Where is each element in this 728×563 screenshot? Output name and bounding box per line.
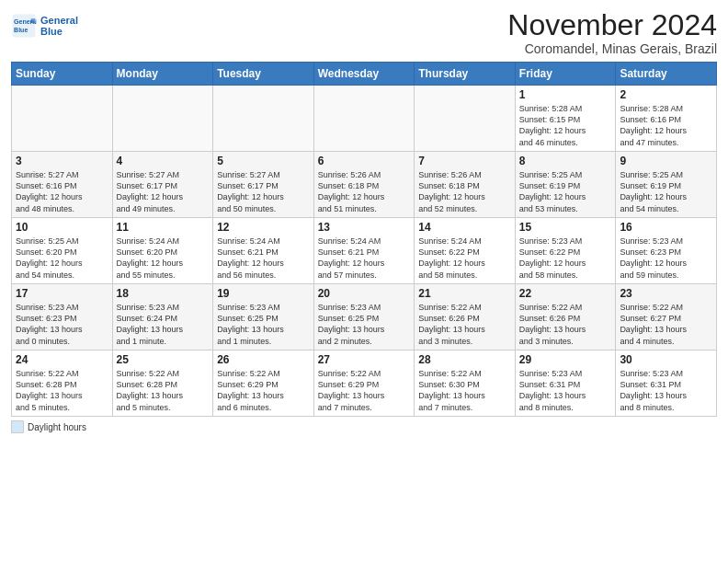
day-cell: 13Sunrise: 5:24 AM Sunset: 6:21 PM Dayli… [313, 218, 415, 284]
day-cell: 28Sunrise: 5:22 AM Sunset: 6:30 PM Dayli… [415, 350, 516, 417]
weekday-header-friday: Friday [515, 63, 616, 86]
weekday-header-saturday: Saturday [616, 63, 717, 86]
day-info: Sunrise: 5:24 AM Sunset: 6:21 PM Dayligh… [217, 236, 310, 281]
day-info: Sunrise: 5:23 AM Sunset: 6:22 PM Dayligh… [519, 236, 612, 281]
day-info: Sunrise: 5:24 AM Sunset: 6:20 PM Dayligh… [117, 236, 210, 281]
day-info: Sunrise: 5:22 AM Sunset: 6:27 PM Dayligh… [620, 302, 712, 347]
day-cell: 3Sunrise: 5:27 AM Sunset: 6:16 PM Daylig… [12, 152, 113, 218]
day-info: Sunrise: 5:26 AM Sunset: 6:18 PM Dayligh… [418, 169, 511, 214]
day-info: Sunrise: 5:25 AM Sunset: 6:20 PM Dayligh… [16, 236, 108, 281]
day-cell: 20Sunrise: 5:23 AM Sunset: 6:25 PM Dayli… [313, 284, 415, 350]
day-cell: 27Sunrise: 5:22 AM Sunset: 6:29 PM Dayli… [313, 350, 415, 417]
day-number: 21 [418, 287, 511, 300]
day-number: 4 [117, 155, 210, 167]
calendar-body: 1Sunrise: 5:28 AM Sunset: 6:15 PM Daylig… [12, 86, 717, 417]
day-cell [213, 86, 314, 152]
day-cell: 10Sunrise: 5:25 AM Sunset: 6:20 PM Dayli… [12, 218, 113, 284]
legend-label: Daylight hours [28, 422, 86, 432]
day-info: Sunrise: 5:23 AM Sunset: 6:23 PM Dayligh… [620, 236, 712, 281]
day-info: Sunrise: 5:26 AM Sunset: 6:18 PM Dayligh… [318, 169, 411, 214]
day-number: 17 [16, 287, 108, 300]
day-cell: 12Sunrise: 5:24 AM Sunset: 6:21 PM Dayli… [213, 218, 314, 284]
calendar-header: SundayMondayTuesdayWednesdayThursdayFrid… [12, 63, 717, 86]
day-info: Sunrise: 5:27 AM Sunset: 6:17 PM Dayligh… [217, 169, 310, 214]
day-info: Sunrise: 5:23 AM Sunset: 6:31 PM Dayligh… [620, 368, 712, 413]
weekday-header-sunday: Sunday [12, 63, 113, 86]
day-number: 18 [117, 287, 210, 300]
day-cell: 19Sunrise: 5:23 AM Sunset: 6:25 PM Dayli… [213, 284, 314, 350]
day-info: Sunrise: 5:27 AM Sunset: 6:17 PM Dayligh… [117, 169, 210, 214]
legend-box [11, 420, 24, 433]
day-cell: 4Sunrise: 5:27 AM Sunset: 6:17 PM Daylig… [112, 152, 213, 218]
svg-rect-0 [13, 15, 36, 38]
week-row-4: 24Sunrise: 5:22 AM Sunset: 6:28 PM Dayli… [12, 350, 717, 417]
page-container: General Blue General Blue November 2024 … [0, 0, 728, 441]
day-number: 16 [620, 221, 712, 234]
day-cell: 6Sunrise: 5:26 AM Sunset: 6:18 PM Daylig… [313, 152, 415, 218]
day-number: 23 [620, 287, 712, 300]
day-number: 26 [217, 353, 310, 366]
day-cell: 29Sunrise: 5:23 AM Sunset: 6:31 PM Dayli… [515, 350, 616, 417]
day-cell: 14Sunrise: 5:24 AM Sunset: 6:22 PM Dayli… [415, 218, 516, 284]
day-cell: 5Sunrise: 5:27 AM Sunset: 6:17 PM Daylig… [213, 152, 314, 218]
day-info: Sunrise: 5:22 AM Sunset: 6:28 PM Dayligh… [16, 368, 108, 413]
day-info: Sunrise: 5:22 AM Sunset: 6:29 PM Dayligh… [217, 368, 310, 413]
legend-item: Daylight hours [11, 420, 86, 433]
day-cell: 22Sunrise: 5:22 AM Sunset: 6:26 PM Dayli… [515, 284, 616, 350]
day-cell [313, 86, 415, 152]
day-number: 25 [117, 353, 210, 366]
day-info: Sunrise: 5:25 AM Sunset: 6:19 PM Dayligh… [620, 169, 712, 214]
weekday-header-monday: Monday [112, 63, 213, 86]
day-number: 22 [519, 287, 612, 300]
day-cell: 24Sunrise: 5:22 AM Sunset: 6:28 PM Dayli… [12, 350, 113, 417]
day-cell: 7Sunrise: 5:26 AM Sunset: 6:18 PM Daylig… [415, 152, 516, 218]
day-cell: 11Sunrise: 5:24 AM Sunset: 6:20 PM Dayli… [112, 218, 213, 284]
day-info: Sunrise: 5:24 AM Sunset: 6:22 PM Dayligh… [418, 236, 511, 281]
day-number: 24 [16, 353, 108, 366]
day-number: 28 [418, 353, 511, 366]
logo-icon: General Blue [11, 13, 37, 39]
day-cell [12, 86, 113, 152]
day-info: Sunrise: 5:22 AM Sunset: 6:28 PM Dayligh… [117, 368, 210, 413]
weekday-header-wednesday: Wednesday [313, 63, 415, 86]
day-cell: 30Sunrise: 5:23 AM Sunset: 6:31 PM Dayli… [616, 350, 717, 417]
day-info: Sunrise: 5:28 AM Sunset: 6:16 PM Dayligh… [620, 103, 712, 148]
footer: Daylight hours [11, 420, 717, 433]
day-number: 20 [318, 287, 411, 300]
day-info: Sunrise: 5:22 AM Sunset: 6:30 PM Dayligh… [418, 368, 511, 413]
weekday-header-tuesday: Tuesday [213, 63, 314, 86]
day-number: 14 [418, 221, 511, 234]
day-number: 2 [620, 88, 712, 101]
day-cell: 1Sunrise: 5:28 AM Sunset: 6:15 PM Daylig… [515, 86, 616, 152]
logo-text: General Blue [40, 15, 78, 37]
day-cell: 18Sunrise: 5:23 AM Sunset: 6:24 PM Dayli… [112, 284, 213, 350]
day-cell: 9Sunrise: 5:25 AM Sunset: 6:19 PM Daylig… [616, 152, 717, 218]
week-row-2: 10Sunrise: 5:25 AM Sunset: 6:20 PM Dayli… [12, 218, 717, 284]
day-number: 13 [318, 221, 411, 234]
weekday-row: SundayMondayTuesdayWednesdayThursdayFrid… [12, 63, 717, 86]
day-info: Sunrise: 5:22 AM Sunset: 6:26 PM Dayligh… [418, 302, 511, 347]
day-number: 8 [519, 155, 612, 167]
day-cell: 23Sunrise: 5:22 AM Sunset: 6:27 PM Dayli… [616, 284, 717, 350]
day-info: Sunrise: 5:23 AM Sunset: 6:23 PM Dayligh… [16, 302, 108, 347]
weekday-header-thursday: Thursday [415, 63, 516, 86]
day-info: Sunrise: 5:22 AM Sunset: 6:29 PM Dayligh… [318, 368, 411, 413]
day-info: Sunrise: 5:24 AM Sunset: 6:21 PM Dayligh… [318, 236, 411, 281]
week-row-0: 1Sunrise: 5:28 AM Sunset: 6:15 PM Daylig… [12, 86, 717, 152]
day-number: 10 [16, 221, 108, 234]
day-cell: 26Sunrise: 5:22 AM Sunset: 6:29 PM Dayli… [213, 350, 314, 417]
day-cell: 15Sunrise: 5:23 AM Sunset: 6:22 PM Dayli… [515, 218, 616, 284]
week-row-1: 3Sunrise: 5:27 AM Sunset: 6:16 PM Daylig… [12, 152, 717, 218]
day-number: 7 [418, 155, 511, 167]
day-number: 5 [217, 155, 310, 167]
day-cell [415, 86, 516, 152]
calendar-table: SundayMondayTuesdayWednesdayThursdayFrid… [11, 62, 717, 417]
day-cell: 8Sunrise: 5:25 AM Sunset: 6:19 PM Daylig… [515, 152, 616, 218]
day-cell: 25Sunrise: 5:22 AM Sunset: 6:28 PM Dayli… [112, 350, 213, 417]
day-number: 27 [318, 353, 411, 366]
week-row-3: 17Sunrise: 5:23 AM Sunset: 6:23 PM Dayli… [12, 284, 717, 350]
month-title: November 2024 [507, 9, 717, 41]
day-number: 11 [117, 221, 210, 234]
day-cell: 16Sunrise: 5:23 AM Sunset: 6:23 PM Dayli… [616, 218, 717, 284]
day-cell: 2Sunrise: 5:28 AM Sunset: 6:16 PM Daylig… [616, 86, 717, 152]
